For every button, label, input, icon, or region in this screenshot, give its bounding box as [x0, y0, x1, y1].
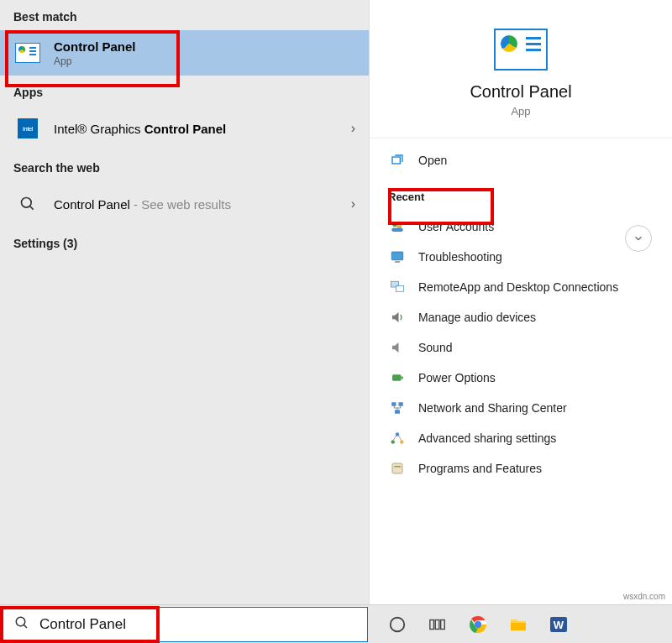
svg-rect-12: [391, 402, 396, 406]
svg-point-3: [392, 222, 397, 227]
svg-rect-29: [511, 623, 526, 630]
svg-point-17: [400, 440, 404, 444]
control-panel-icon: [13, 39, 42, 67]
recent-programs[interactable]: Programs and Features: [370, 453, 672, 484]
svg-rect-9: [396, 286, 404, 292]
svg-point-22: [391, 617, 405, 631]
svg-rect-24: [435, 619, 439, 629]
svg-point-16: [391, 440, 396, 444]
apps-header: Apps: [0, 76, 369, 106]
best-match-header: Best match: [0, 0, 369, 30]
chevron-right-icon: ›: [351, 121, 355, 136]
app-hero: Control Panel App: [370, 0, 672, 138]
svg-rect-7: [395, 261, 400, 263]
power-icon: [388, 369, 407, 387]
svg-rect-14: [395, 410, 400, 414]
svg-point-28: [475, 622, 480, 626]
sound-icon: [388, 338, 407, 357]
chevron-right-icon: ›: [351, 196, 355, 212]
svg-rect-6: [391, 252, 403, 260]
troubleshooting-icon: [388, 248, 407, 266]
recent-audio[interactable]: Manage audio devices: [370, 302, 672, 332]
open-icon: [388, 154, 407, 167]
recent-sound[interactable]: Sound: [370, 332, 672, 363]
svg-text:W: W: [554, 619, 564, 631]
search-input[interactable]: [39, 616, 355, 633]
file-explorer-icon[interactable]: [507, 614, 529, 635]
svg-rect-23: [430, 619, 434, 629]
programs-icon: [388, 459, 407, 478]
svg-point-20: [16, 617, 25, 626]
task-view-icon[interactable]: [427, 614, 449, 635]
recent-troubleshooting[interactable]: Troubleshooting: [370, 242, 672, 272]
search-results-pane: Best match Control Panel App Apps intel …: [0, 0, 370, 604]
word-icon[interactable]: W: [548, 614, 570, 635]
network-icon: [388, 399, 407, 417]
svg-rect-11: [402, 377, 403, 379]
details-pane: Control Panel App Open Recent User Accou…: [370, 0, 672, 604]
user-accounts-icon: [388, 217, 407, 236]
cortana-icon[interactable]: [386, 614, 408, 635]
open-button[interactable]: Open: [370, 145, 672, 175]
app-title: Control Panel: [370, 82, 672, 102]
result-title: Control Panel: [54, 39, 136, 54]
result-subtitle: App: [54, 55, 355, 67]
svg-point-4: [396, 223, 402, 228]
svg-rect-13: [399, 402, 403, 406]
recent-power[interactable]: Power Options: [370, 363, 672, 393]
svg-point-0: [22, 198, 32, 208]
result-control-panel[interactable]: Control Panel App: [0, 30, 369, 76]
audio-icon: [388, 308, 407, 327]
control-panel-icon-large: [494, 29, 548, 71]
svg-line-21: [24, 625, 27, 628]
recent-header: Recent: [370, 175, 672, 212]
watermark: wsxdn.com: [623, 592, 665, 601]
taskbar: W: [0, 604, 672, 643]
svg-rect-2: [392, 157, 400, 164]
app-subtitle: App: [370, 105, 672, 118]
sharing-icon: [388, 429, 407, 447]
recent-remoteapp[interactable]: RemoteApp and Desktop Connections: [370, 272, 672, 302]
recent-network[interactable]: Network and Sharing Center: [370, 393, 672, 423]
svg-rect-19: [394, 466, 401, 468]
recent-sharing[interactable]: Advanced sharing settings: [370, 423, 672, 453]
intel-icon: intel: [13, 114, 42, 143]
settings-header: Settings (3): [0, 227, 369, 257]
search-icon: [13, 190, 42, 218]
chrome-icon[interactable]: [467, 614, 489, 635]
expand-button[interactable]: [625, 225, 652, 252]
search-the-web-header: Search the web: [0, 151, 369, 181]
svg-line-1: [30, 206, 34, 210]
svg-rect-5: [391, 228, 403, 233]
taskbar-search-box[interactable]: [2, 607, 368, 642]
svg-rect-25: [441, 619, 445, 629]
open-label: Open: [418, 154, 447, 167]
svg-rect-10: [392, 374, 402, 381]
result-web-search[interactable]: Control Panel - See web results ›: [0, 181, 369, 227]
remoteapp-icon: [388, 278, 407, 296]
search-icon: [14, 615, 29, 634]
svg-rect-18: [392, 463, 402, 473]
result-intel-graphics[interactable]: intel Intel® Graphics Control Panel ›: [0, 106, 369, 151]
